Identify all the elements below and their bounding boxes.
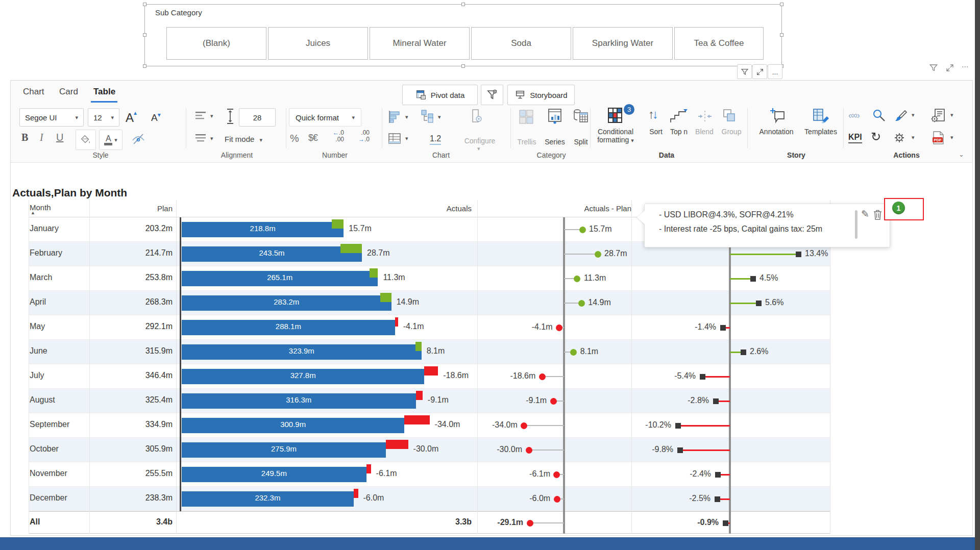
chevron-down-icon[interactable]: ▾ — [950, 112, 953, 118]
slicer-option--blank-[interactable]: (Blank) — [166, 27, 266, 60]
font-size-select[interactable]: 12 ▾ — [88, 108, 119, 127]
horizontal-align-icon[interactable] — [195, 134, 207, 143]
slicer-option-mineral-water[interactable]: Mineral Water — [370, 27, 470, 60]
table-row[interactable]: December238.3m232.3m-6.0m-6.0m-2.5% — [29, 487, 830, 511]
pivot-data-button[interactable]: Pivot data — [402, 85, 478, 105]
table-row[interactable]: March253.8m265.1m11.3m11.3m4.5% — [29, 266, 830, 291]
decimal-places-button[interactable]: 1.2 — [430, 134, 441, 145]
column-header-variance[interactable]: Actuals - Plan — [504, 204, 631, 213]
table-row[interactable]: September334.9m300.9m-34.0m-34.0m-10.2% — [29, 413, 830, 438]
font-family-select[interactable]: Segoe UI ▾ — [19, 108, 84, 127]
hide-values-icon[interactable] — [131, 132, 146, 147]
visual-focus-mode-icon[interactable] — [945, 63, 954, 72]
blend-icon[interactable] — [697, 109, 713, 123]
templates-label[interactable]: Templates — [799, 128, 842, 136]
kpi-button[interactable]: KPI — [848, 133, 862, 143]
templates-icon[interactable] — [813, 108, 830, 124]
decrease-font-button[interactable]: A▾ — [151, 111, 161, 123]
slicer-focus-button[interactable] — [752, 64, 767, 79]
edit-annotation-icon[interactable]: ✎ — [861, 208, 869, 220]
column-header-actuals[interactable]: Actuals — [318, 204, 472, 213]
table-total-row[interactable]: All3.4b3.3b-29.1m-0.9% — [29, 511, 830, 534]
fill-color-button[interactable] — [76, 130, 96, 150]
series-icon[interactable] — [547, 108, 562, 124]
conditional-formatting-icon[interactable] — [607, 107, 625, 124]
refresh-icon[interactable]: ↺ — [871, 130, 881, 144]
table-row[interactable]: July346.4m327.8m-18.6m-18.6m-5.4% — [29, 364, 830, 389]
drag-handle[interactable] — [143, 64, 146, 68]
annotation-marker[interactable]: 1 — [884, 198, 924, 220]
annotation-icon[interactable] — [769, 107, 786, 124]
increase-decimals-button[interactable]: .00→.0 — [358, 130, 370, 143]
chevron-down-icon[interactable]: ▾ — [210, 113, 213, 119]
split-icon[interactable] — [573, 108, 589, 124]
annotation-number-badge[interactable]: 1 — [892, 202, 905, 214]
table-row[interactable]: May292.1m288.1m-4.1m-4.1m-1.4% — [29, 315, 830, 340]
group-icon[interactable] — [722, 108, 737, 123]
trellis-label[interactable]: Trellis — [516, 138, 538, 146]
format-brush-icon[interactable] — [893, 109, 908, 122]
drag-handle[interactable] — [461, 64, 465, 68]
table-row[interactable]: November255.5m249.5m-6.1m-6.1m-2.4% — [29, 462, 830, 487]
drag-handle[interactable] — [780, 33, 783, 37]
export-pdf-icon[interactable]: PDF — [931, 131, 945, 145]
slicer-filter-button[interactable] — [737, 64, 752, 79]
chevron-down-icon[interactable]: ▾ — [912, 112, 915, 118]
underline-button[interactable]: U — [56, 132, 63, 143]
table-row[interactable]: August325.4m316.3m-9.1m-9.1m-2.8% — [29, 389, 830, 413]
table-row[interactable]: June315.9m323.9m8.1m8.1m2.6% — [29, 340, 830, 364]
tab-card[interactable]: Card — [59, 87, 78, 97]
tab-table[interactable]: Table — [93, 87, 115, 97]
conditional-formatting-label[interactable]: Conditional formatting ▾ — [591, 128, 640, 144]
vertical-align-icon[interactable] — [195, 111, 207, 120]
slicer-option-sparkling-water[interactable]: Sparkling Water — [573, 27, 673, 60]
delete-annotation-icon[interactable] — [873, 210, 882, 220]
quick-format-dropdown[interactable]: Quick format ▾ — [289, 108, 361, 127]
chevron-down-icon[interactable]: ▾ — [210, 136, 213, 141]
storyboard-button[interactable]: Storyboard — [507, 85, 575, 105]
series-label[interactable]: Series — [543, 138, 567, 146]
slicer-option-juices[interactable]: Juices — [268, 27, 368, 60]
italic-button[interactable]: I — [40, 132, 43, 143]
table-row[interactable]: October305.9m275.9m-30.0m-30.0m-9.8% — [29, 438, 830, 462]
blend-label[interactable]: Blend — [692, 128, 717, 136]
collapse-ribbon-icon[interactable]: ⌄ — [959, 151, 964, 158]
decrease-decimals-button[interactable]: ←.0.00 — [333, 130, 344, 143]
table-style-icon[interactable] — [388, 133, 402, 145]
font-color-button[interactable]: A ▾ — [99, 130, 122, 150]
embed-link-icon[interactable]: ‹∞› — [848, 110, 860, 121]
sort-label[interactable]: Sort — [644, 128, 668, 136]
percent-format-button[interactable]: % — [290, 133, 299, 144]
visual-more-options-icon[interactable]: ... — [962, 60, 968, 69]
chevron-down-icon[interactable]: ▾ — [950, 135, 953, 140]
slicer-option-tea-coffee[interactable]: Tea & Coffee — [674, 27, 764, 60]
configure-icon[interactable] — [470, 108, 483, 123]
drag-handle[interactable] — [461, 3, 465, 6]
split-label[interactable]: Split — [571, 138, 591, 146]
slicer-more-options-button[interactable]: ... — [768, 64, 782, 79]
zoom-icon[interactable] — [872, 108, 886, 122]
sort-icon[interactable]: ↑↓ — [648, 107, 658, 121]
bold-button[interactable]: B — [21, 132, 28, 143]
visual-filter-icon[interactable] — [929, 63, 938, 72]
drag-handle[interactable] — [143, 3, 146, 6]
currency-format-button[interactable]: $€ — [308, 133, 317, 143]
settings-gear-icon[interactable] — [893, 132, 905, 144]
drag-handle[interactable] — [780, 3, 783, 6]
chevron-down-icon[interactable]: ▾ — [405, 114, 408, 120]
chevron-down-icon[interactable]: ▾ — [438, 114, 441, 120]
group-label[interactable]: Group — [719, 128, 744, 136]
ribbon-filter-button[interactable] — [481, 85, 503, 105]
fit-mode-dropdown[interactable]: Fit mode ▾ — [225, 135, 262, 143]
chevron-down-icon[interactable]: ▾ — [912, 135, 915, 140]
row-height-icon[interactable] — [227, 108, 234, 124]
chart-type-icon[interactable] — [388, 110, 402, 123]
increase-font-button[interactable]: A▴ — [126, 109, 137, 125]
top-n-icon[interactable] — [670, 108, 688, 123]
annotation-label[interactable]: Annotation — [754, 128, 798, 136]
trellis-icon[interactable] — [519, 109, 534, 124]
tooltip-scrollbar[interactable] — [855, 210, 857, 239]
table-row[interactable]: April268.3m283.2m14.9m14.9m5.6% — [29, 291, 830, 315]
column-header-plan[interactable]: Plan — [95, 204, 173, 213]
sort-ascending-icon[interactable]: ▲ — [31, 210, 35, 215]
